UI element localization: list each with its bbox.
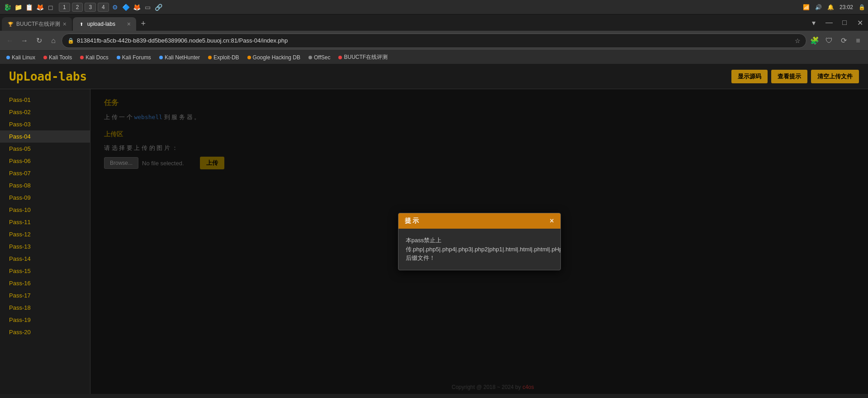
bookmark-kali-linux[interactable]: Kali Linux [3,53,39,62]
bookmark-dot [117,56,120,59]
tab-uploadlabs-favicon: ⬆ [78,21,85,27]
home-button[interactable]: ⌂ [47,34,60,47]
refresh-button[interactable]: ↻ [33,34,45,47]
header-buttons: 显示源码 查看提示 清空上传文件 [731,70,859,83]
sidebar-item-pass06[interactable]: Pass-06 [0,155,90,167]
bookmark-google-hacking[interactable]: Google Hacking DB [244,53,304,62]
page-header: UpLoad-labs 显示源码 查看提示 清空上传文件 [0,64,868,89]
url-bar[interactable]: 🔒 813841fb-a5cb-442b-b839-dd5be6389906.n… [62,34,806,48]
taskbar-files-icon[interactable]: 📁 [14,3,23,12]
sidebar-item-pass15[interactable]: Pass-15 [0,265,90,277]
lock-icon: 🔒 [67,38,74,44]
taskbar: 🐉 📁 📋 🦊 ◻ 1 2 3 4 ⚙ 🔷 🦊 ▭ 🔗 📶 🔊 🔔 23:02 … [0,0,868,14]
bookmark-exploit-db-label: Exploit-DB [213,54,239,61]
taskbar-apps: 1 2 3 4 ⚙ 🔷 🦊 ▭ 🔗 [59,3,163,12]
sidebar-item-pass05[interactable]: Pass-05 [0,143,90,155]
sidebar-item-pass19[interactable]: Pass-19 [0,314,90,326]
taskbar-notification-icon: 🔔 [827,4,834,10]
taskbar-clock: 23:02 [840,4,853,10]
bookmark-buuctf[interactable]: BUUCTF在线评测 [335,53,391,62]
bookmark-kali-docs[interactable]: Kali Docs [76,53,112,62]
taskbar-link2-icon[interactable]: 🔗 [154,3,163,12]
content-area: 任务 上 传 一 个 webshell 到 服 务 器 。 上传区 请 选 择 … [90,89,868,394]
tab-uploadlabs-close[interactable]: × [127,20,131,28]
tab-buuctf-close[interactable]: × [63,20,66,28]
sidebar: Pass-01 Pass-02 Pass-03 Pass-04 Pass-05 … [0,89,90,394]
taskbar-app-4[interactable]: 4 [98,3,109,12]
shield-icon[interactable]: 🛡 [823,34,835,47]
sidebar-item-pass03[interactable]: Pass-03 [0,118,90,130]
sidebar-item-pass18[interactable]: Pass-18 [0,302,90,314]
taskbar-lock-icon: 🔒 [859,4,865,10]
tab-bar-right-controls: ▾ — □ ✕ [807,16,866,31]
sidebar-item-pass11[interactable]: Pass-11 [0,216,90,228]
sidebar-item-pass04[interactable]: Pass-04 [0,130,90,143]
tab-uploadlabs-label: upload-labs [87,21,115,27]
bookmark-dot [308,56,312,59]
close-button[interactable]: ✕ [854,16,866,29]
bookmark-kali-forums[interactable]: Kali Forums [113,53,155,62]
bookmark-offsec[interactable]: OffSec [305,53,334,62]
bookmark-kali-linux-label: Kali Linux [12,54,35,61]
dialog-body: 本pass禁止上传.php|.php5|.php4|.php3|.php2|ph… [398,229,560,270]
taskbar-browser-icon[interactable]: 📋 [24,3,33,12]
bookmark-offsec-label: OffSec [314,54,330,61]
new-tab-button[interactable]: + [137,17,150,30]
taskbar-network-icon: 📶 [803,4,810,10]
page: UpLoad-labs 显示源码 查看提示 清空上传文件 Pass-01 Pas… [0,64,868,398]
tab-uploadlabs[interactable]: ⬆ upload-labs × [73,17,136,31]
sync-icon[interactable]: ⟳ [837,34,850,47]
tab-buuctf[interactable]: 🏆 BUUCTF在线评测 × [2,17,72,31]
dialog-header: 提 示 × [398,213,560,229]
tab-list-button[interactable]: ▾ [807,16,820,29]
back-button[interactable]: ← [4,34,16,47]
taskbar-app-3[interactable]: 3 [85,3,96,12]
sidebar-item-pass02[interactable]: Pass-02 [0,106,90,118]
taskbar-firefox2-icon[interactable]: 🦊 [133,3,142,12]
bookmark-exploit-db[interactable]: Exploit-DB [204,53,243,62]
minimize-button[interactable]: — [823,16,835,29]
dialog-title: 提 示 [405,217,419,225]
taskbar-kali-icon[interactable]: ⚙ [111,3,120,12]
menu-button[interactable]: ≡ [852,34,864,47]
sidebar-item-pass12[interactable]: Pass-12 [0,228,90,240]
sidebar-item-pass20[interactable]: Pass-20 [0,326,90,338]
bookmark-kali-docs-label: Kali Docs [85,54,109,61]
extensions-icon[interactable]: 🧩 [808,34,821,47]
bookmark-kali-nethunter[interactable]: Kali NetHunter [156,53,204,62]
bookmark-kali-tools[interactable]: Kali Tools [40,53,76,62]
sidebar-item-pass07[interactable]: Pass-07 [0,167,90,179]
bookmark-kali-nethunter-label: Kali NetHunter [165,54,200,61]
taskbar-icons: 🐉 📁 📋 🦊 ◻ [3,3,55,12]
tab-bar: 🏆 BUUCTF在线评测 × ⬆ upload-labs × + ▾ — □ ✕ [0,14,868,31]
taskbar-link-icon[interactable]: ▭ [143,3,152,12]
taskbar-app-2[interactable]: 2 [72,3,83,12]
show-source-button[interactable]: 显示源码 [731,70,768,83]
sidebar-item-pass17[interactable]: Pass-17 [0,289,90,302]
sidebar-item-pass01[interactable]: Pass-01 [0,94,90,106]
taskbar-dragon-icon[interactable]: 🐉 [3,3,12,12]
sidebar-item-pass13[interactable]: Pass-13 [0,240,90,253]
forward-button[interactable]: → [18,34,31,47]
maximize-button[interactable]: □ [838,16,851,29]
sidebar-item-pass16[interactable]: Pass-16 [0,277,90,289]
taskbar-right: 📶 🔊 🔔 23:02 🔒 [801,4,865,10]
taskbar-terminal-icon[interactable]: ◻ [46,3,55,12]
bookmark-star-icon[interactable]: ☆ [795,37,801,44]
sidebar-item-pass09[interactable]: Pass-09 [0,192,90,204]
taskbar-firefox-icon[interactable]: 🦊 [35,3,44,12]
dialog-close-button[interactable]: × [550,217,554,225]
sidebar-item-pass08[interactable]: Pass-08 [0,179,90,192]
sidebar-item-pass14[interactable]: Pass-14 [0,253,90,265]
sidebar-item-pass10[interactable]: Pass-10 [0,204,90,216]
browser: 🏆 BUUCTF在线评测 × ⬆ upload-labs × + ▾ — □ ✕… [0,14,868,398]
bookmark-kali-forums-label: Kali Forums [122,54,151,61]
taskbar-app-1[interactable]: 1 [59,3,70,12]
bookmark-dot [208,56,212,59]
address-bar: ← → ↻ ⌂ 🔒 813841fb-a5cb-442b-b839-dd5be6… [0,31,868,51]
view-hint-button[interactable]: 查看提示 [771,70,807,83]
main-layout: Pass-01 Pass-02 Pass-03 Pass-04 Pass-05 … [0,89,868,394]
taskbar-icon-blue[interactable]: 🔷 [122,3,131,12]
bookmark-kali-tools-label: Kali Tools [49,54,72,61]
clear-upload-button[interactable]: 清空上传文件 [811,70,859,83]
